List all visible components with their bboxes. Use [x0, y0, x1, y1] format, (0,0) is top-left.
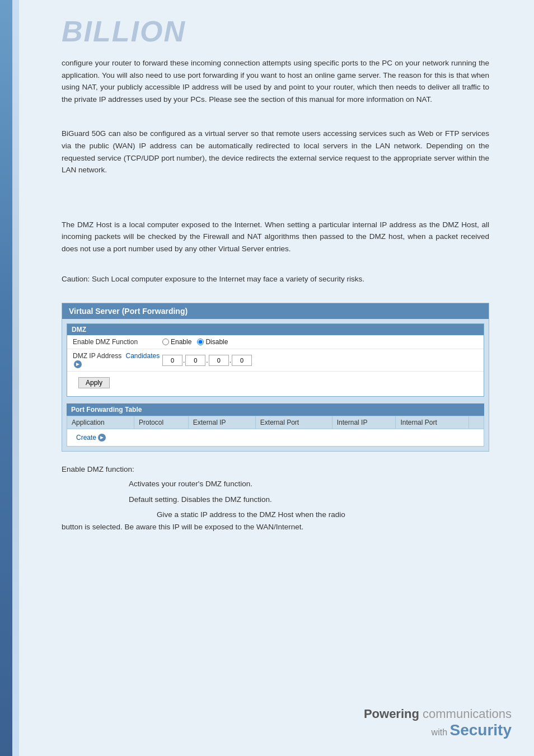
- disable-radio-item[interactable]: Disable: [197, 338, 228, 346]
- dmz-section: DMZ Enable DMZ Function Enable Disable: [67, 323, 484, 397]
- virtual-server-title: Virtual Server (Port Forwarding): [62, 303, 489, 319]
- dmz-radio-group: Enable Disable: [162, 338, 228, 346]
- col-actions: [469, 416, 484, 429]
- col-application: Application: [67, 416, 134, 429]
- apply-button[interactable]: Apply: [78, 377, 110, 388]
- enable-dmz-row: Enable DMZ Function Enable Disable: [67, 335, 484, 349]
- left-decoration-inner: [12, 0, 19, 756]
- security-line: with Security: [364, 721, 512, 739]
- caution-text: Caution: Such Local computer exposure to…: [62, 273, 489, 285]
- apply-row: Apply: [67, 372, 484, 396]
- dmz-ip-label: DMZ IP Address Candidates ►: [73, 352, 162, 368]
- port-forwarding-title: Port Forwarding Table: [67, 403, 484, 416]
- security-text: Security: [450, 721, 512, 739]
- dmz-intro-text: The DMZ Host is a local computer exposed…: [62, 219, 489, 255]
- desc-item-1: Activates your router's DMZ function.: [62, 478, 489, 490]
- powering-text: Powering communications: [364, 707, 512, 721]
- with-text: with: [432, 727, 450, 737]
- enable-radio[interactable]: [162, 339, 169, 345]
- intro-paragraph-1: configure your router to forward these i…: [62, 57, 489, 105]
- ip-octet-4[interactable]: [232, 355, 252, 366]
- logo-area: BILLION: [62, 17, 489, 46]
- enable-dmz-desc-title: Enable DMZ function:: [62, 465, 489, 473]
- ip-octet-1[interactable]: [162, 355, 182, 366]
- create-row: Create ►: [67, 429, 484, 447]
- ip-fields: . . .: [162, 355, 252, 366]
- footer-branding: Powering communications with Security: [364, 707, 512, 739]
- dmz-ip-row: DMZ IP Address Candidates ► . . .: [67, 349, 484, 372]
- communications-text: communications: [419, 707, 512, 721]
- create-label: Create: [76, 434, 96, 442]
- candidates-icon: ►: [74, 360, 82, 368]
- port-forwarding-table-box: Port Forwarding Table Application Protoc…: [67, 403, 484, 447]
- disable-radio[interactable]: [197, 339, 204, 345]
- brand-logo: BILLION: [62, 17, 489, 46]
- dmz-header: DMZ: [67, 324, 484, 335]
- desc-item-2: Default setting. Disables the DMZ functi…: [62, 494, 489, 506]
- create-icon: ►: [98, 434, 106, 442]
- col-external-port: External Port: [255, 416, 332, 429]
- col-external-ip: External IP: [188, 416, 255, 429]
- col-internal-ip: Internal IP: [332, 416, 396, 429]
- enable-dmz-value: Enable Disable: [162, 338, 228, 346]
- table-header-row: Application Protocol External IP Externa…: [67, 416, 484, 429]
- powering-bold: Powering: [364, 707, 419, 721]
- left-decoration: [0, 0, 12, 756]
- ip-octet-3[interactable]: [209, 355, 229, 366]
- table-header: Application Protocol External IP Externa…: [67, 416, 484, 429]
- desc-item-3: Give a static IP address to the DMZ Host…: [62, 509, 489, 521]
- enable-dmz-label: Enable DMZ Function: [73, 338, 162, 346]
- description-section: Enable DMZ function: Activates your rout…: [62, 465, 489, 533]
- enable-radio-item[interactable]: Enable: [162, 338, 191, 346]
- col-protocol: Protocol: [134, 416, 189, 429]
- enable-radio-label: Enable: [171, 338, 191, 346]
- create-link[interactable]: Create ►: [72, 431, 110, 444]
- virtual-server-box: Virtual Server (Port Forwarding) DMZ Ena…: [62, 303, 489, 452]
- port-forwarding-table: Application Protocol External IP Externa…: [67, 416, 484, 447]
- ip-octet-2[interactable]: [185, 355, 205, 366]
- table-body: Create ►: [67, 429, 484, 447]
- create-cell: Create ►: [67, 429, 484, 447]
- intro-paragraph-2: BiGuard 50G can also be configured as a …: [62, 128, 489, 176]
- col-internal-port: Internal Port: [396, 416, 469, 429]
- disable-radio-label: Disable: [205, 338, 228, 346]
- desc-item-4: button is selected. Be aware this IP wil…: [62, 521, 489, 533]
